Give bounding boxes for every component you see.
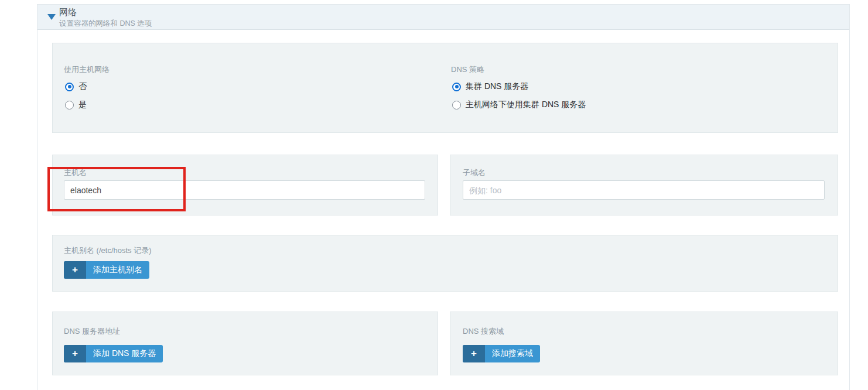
dns-servers-label: DNS 服务器地址 (64, 326, 120, 337)
host-network-label: 使用主机网络 (64, 64, 110, 75)
radio-label: 否 (78, 81, 87, 92)
add-dns-server-button[interactable]: + 添加 DNS 服务器 (64, 345, 163, 362)
host-network-option-no[interactable]: 否 (65, 81, 87, 93)
host-aliases-box: 主机别名 (/etc/hosts 记录) + 添加主机别名 (52, 235, 838, 292)
radio-label: 集群 DNS 服务器 (466, 81, 528, 92)
radio-icon[interactable] (65, 101, 74, 110)
plus-icon: + (64, 261, 86, 279)
radio-icon[interactable] (452, 83, 461, 91)
add-search-domain-button[interactable]: + 添加搜索域 (463, 345, 540, 362)
dns-policy-option-cluster[interactable]: 集群 DNS 服务器 (452, 81, 528, 93)
dns-servers-box: DNS 服务器地址 + 添加 DNS 服务器 (52, 312, 438, 375)
subdomain-box: 子域名 (450, 155, 838, 215)
radio-label: 主机网络下使用集群 DNS 服务器 (466, 100, 586, 110)
plus-icon: + (64, 345, 86, 362)
host-aliases-label: 主机别名 (/etc/hosts 记录) (64, 245, 152, 256)
add-host-alias-button[interactable]: + 添加主机别名 (64, 261, 149, 279)
dns-policy-label: DNS 策略 (451, 64, 484, 75)
radio-label: 是 (78, 100, 87, 110)
add-dns-server-label: 添加 DNS 服务器 (86, 345, 163, 362)
add-search-domain-label: 添加搜索域 (485, 345, 540, 362)
section-title: 网络 (59, 7, 77, 18)
section-subtitle: 设置容器的网络和 DNS 选项 (59, 19, 152, 29)
subdomain-label: 子域名 (463, 167, 486, 178)
network-settings-page: 网络 设置容器的网络和 DNS 选项 使用主机网络 否 是 DNS 策略 集群 … (0, 0, 868, 390)
plus-icon: + (463, 345, 485, 362)
hostname-label: 主机名 (64, 167, 87, 178)
add-host-alias-label: 添加主机别名 (86, 261, 149, 279)
dns-policy-option-hostnet-cluster[interactable]: 主机网络下使用集群 DNS 服务器 (452, 99, 586, 111)
host-network-dns-box: 使用主机网络 否 是 DNS 策略 集群 DNS 服务器 主机网络下使用集群 D… (52, 43, 838, 133)
radio-icon[interactable] (452, 101, 461, 110)
dns-search-box: DNS 搜索域 + 添加搜索域 (450, 312, 838, 375)
subdomain-input[interactable] (463, 180, 825, 200)
radio-icon[interactable] (65, 83, 74, 91)
collapse-triangle-icon[interactable] (47, 14, 56, 20)
hostname-box: 主机名 (52, 155, 438, 215)
host-network-option-yes[interactable]: 是 (65, 99, 87, 111)
network-section-header[interactable]: 网络 设置容器的网络和 DNS 选项 (37, 5, 849, 30)
dns-search-label: DNS 搜索域 (463, 326, 504, 337)
network-accordion-panel: 网络 设置容器的网络和 DNS 选项 使用主机网络 否 是 DNS 策略 集群 … (37, 4, 850, 390)
hostname-input[interactable] (64, 180, 425, 200)
